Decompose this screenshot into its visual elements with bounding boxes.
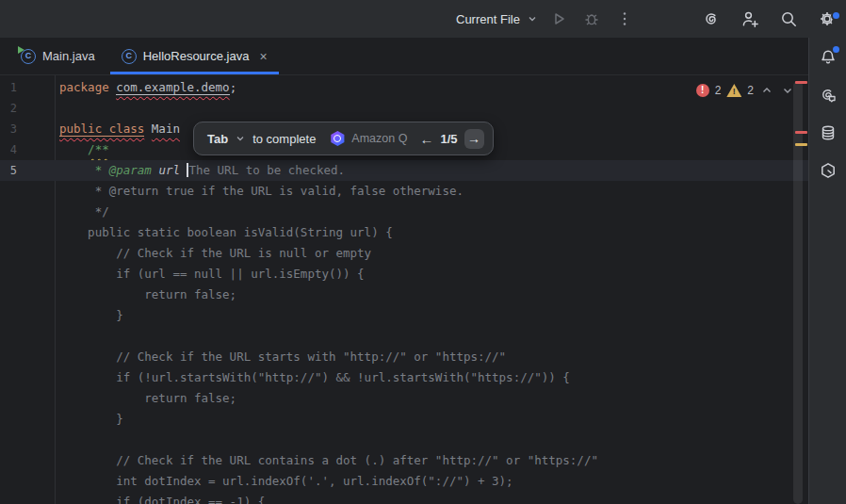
add-user-icon	[740, 9, 759, 28]
line-number[interactable]	[0, 264, 17, 285]
code-line[interactable]: // Check if the URL is null or empty	[0, 243, 808, 264]
warning-icon: !	[726, 84, 741, 97]
code-text: }	[59, 409, 123, 430]
line-number[interactable]	[0, 367, 17, 388]
bug-icon	[582, 9, 601, 28]
run-button[interactable]	[545, 6, 572, 32]
ai-assistant-button[interactable]	[698, 6, 724, 32]
line-number[interactable]	[0, 430, 17, 450]
previous-suggestion-button[interactable]: ←	[419, 131, 433, 147]
line-number[interactable]	[0, 222, 17, 243]
chevron-down-icon[interactable]	[235, 133, 246, 144]
code-line[interactable]: // Check if the URL contains a dot (.) a…	[0, 450, 808, 471]
suggestion-index: 1/5	[440, 132, 457, 146]
code-line[interactable]: }	[0, 305, 808, 326]
line-number[interactable]	[0, 347, 17, 367]
settings-notification-dot	[831, 10, 841, 21]
code-text: */	[59, 202, 109, 222]
code-line[interactable]	[0, 430, 808, 450]
main-toolbar: Current File	[0, 0, 846, 38]
line-number[interactable]: 4	[0, 139, 17, 160]
code-line[interactable]: public static boolean isValid(String url…	[0, 222, 808, 243]
code-text: return false;	[59, 285, 236, 305]
line-number[interactable]	[0, 471, 17, 492]
sidebar-item-ai-assistant[interactable]	[817, 84, 839, 106]
hexagon-build-icon	[819, 161, 838, 180]
code-line[interactable]: if (!url.startsWith("http://") && !url.s…	[0, 367, 808, 388]
code-text: if (!url.startsWith("http://") && !url.s…	[59, 367, 570, 388]
line-number[interactable]: 2	[0, 98, 17, 119]
code-text: * @param url The URL to be checked.	[59, 160, 345, 181]
code-text: // Check if the URL starts with "http://…	[59, 347, 506, 367]
line-number[interactable]	[0, 181, 17, 202]
next-suggestion-button[interactable]: →	[464, 129, 484, 149]
right-tool-sidebar	[808, 38, 846, 504]
ai-assistant-icon	[702, 9, 721, 28]
line-number[interactable]	[0, 409, 17, 430]
code-line[interactable]: return false;	[0, 285, 808, 305]
line-number[interactable]: 1	[0, 77, 17, 98]
ai-chat-icon	[819, 86, 838, 105]
line-number[interactable]: 3	[0, 119, 17, 139]
code-text: // Check if the URL contains a dot (.) a…	[59, 450, 598, 471]
tab-main-java[interactable]: C Main.java	[8, 38, 108, 74]
warning-stripe-mark[interactable]	[795, 143, 807, 146]
run-overlay-icon	[18, 46, 24, 54]
code-text: if (url == null || url.isEmpty()) {	[59, 264, 365, 285]
code-line[interactable]: int dotIndex = url.indexOf('.', url.inde…	[0, 471, 808, 492]
error-stripe-mark[interactable]	[795, 131, 807, 134]
line-number[interactable]	[0, 243, 17, 264]
run-configuration-dropdown[interactable]: Current File	[456, 12, 539, 26]
tab-key-label: Tab	[207, 132, 228, 146]
line-number[interactable]	[0, 492, 17, 504]
ide-window: Current File	[0, 0, 846, 504]
notification-dot	[831, 44, 841, 55]
line-number[interactable]	[0, 202, 17, 222]
code-line[interactable]: if (dotIndex == -1) {	[0, 492, 808, 504]
sidebar-item-notifications[interactable]	[817, 46, 839, 69]
error-stripe-mark[interactable]	[795, 81, 807, 84]
line-number[interactable]	[0, 388, 17, 409]
warning-count: 2	[747, 84, 754, 97]
code-text: }	[59, 305, 123, 326]
inline-completion-popup: Tab to complete Amazon Q ← 1/5 →	[193, 122, 494, 155]
inspections-widget[interactable]: ! 2 ! 2	[696, 81, 795, 100]
next-problem-button[interactable]	[780, 83, 795, 98]
code-text: * @return true if the URL is valid, fals…	[59, 181, 464, 202]
line-number[interactable]	[0, 285, 17, 305]
code-line[interactable]: return false;	[0, 388, 808, 409]
database-icon	[819, 123, 838, 142]
code-with-me-button[interactable]	[737, 6, 763, 32]
code-text: /**	[59, 139, 109, 160]
code-text: package com.example.demo;	[59, 77, 236, 98]
code-text: int dotIndex = url.indexOf('.', url.inde…	[59, 471, 513, 492]
code-line[interactable]: // Check if the URL starts with "http://…	[0, 347, 808, 367]
sidebar-item-build-tool[interactable]	[817, 159, 839, 182]
close-tab-icon[interactable]: ×	[259, 50, 267, 63]
code-line[interactable]	[0, 326, 808, 347]
code-line[interactable]: if (url == null || url.isEmpty()) {	[0, 264, 808, 285]
code-line[interactable]: */	[0, 202, 808, 222]
code-text: if (dotIndex == -1) {	[59, 492, 265, 504]
sidebar-item-database[interactable]	[817, 122, 839, 144]
more-options-button[interactable]	[611, 6, 638, 32]
line-number[interactable]	[0, 305, 17, 326]
line-number[interactable]	[0, 326, 17, 347]
code-editor[interactable]: 1package com.example.demo;23public class…	[0, 75, 808, 504]
code-line[interactable]: 1package com.example.demo;	[0, 77, 808, 98]
code-line[interactable]: * @return true if the URL is valid, fals…	[0, 181, 808, 202]
completion-hint-label: to complete	[252, 132, 316, 146]
settings-button[interactable]	[814, 6, 840, 32]
previous-problem-button[interactable]	[759, 83, 774, 98]
search-everywhere-button[interactable]	[775, 6, 802, 32]
debug-button[interactable]	[578, 6, 605, 32]
code-text: public static boolean isValid(String url…	[59, 222, 393, 243]
line-number[interactable]: 5	[0, 160, 17, 181]
tab-helloresource-java[interactable]: C HelloResource.java ×	[108, 38, 281, 74]
code-text: // Check if the URL is null or empty	[59, 243, 371, 264]
line-number[interactable]	[0, 450, 17, 471]
code-line[interactable]: 2	[0, 98, 808, 119]
code-line[interactable]: }	[0, 409, 808, 430]
run-configuration-label: Current File	[456, 12, 520, 26]
code-line[interactable]: 5 * @param url The URL to be checked.	[0, 160, 808, 181]
